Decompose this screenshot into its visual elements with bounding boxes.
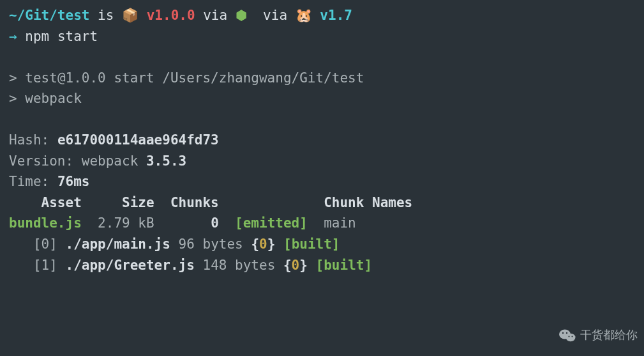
npm-line-1: > test@1.0.0 start /Users/zhangwang/Git/…	[9, 68, 635, 89]
module-chunk: 0	[259, 236, 267, 252]
time-label: Time:	[9, 174, 49, 189]
wechat-icon	[558, 328, 576, 343]
header-chunk-names: Chunk Names	[324, 195, 412, 210]
hash-line: Hash: e617000114aae964fd73	[9, 130, 635, 151]
asset-chunk-name: main	[324, 215, 356, 231]
svg-point-2	[562, 332, 564, 334]
via1: via	[203, 8, 227, 23]
hash-label: Hash:	[9, 132, 49, 148]
npm-script-info: test@1.0.0 start /Users/zhangwang/Git/te…	[25, 70, 364, 86]
module-bytes: 96 bytes	[179, 236, 243, 252]
asset-chunk: 0	[211, 215, 219, 231]
asset-name: bundle.js	[9, 215, 82, 231]
module-row: [1] ./app/Greeter.js 148 bytes {0} [buil…	[9, 255, 635, 276]
module-bytes: 148 bytes	[202, 258, 275, 273]
npm-command: webpack	[25, 91, 82, 106]
svg-point-3	[566, 332, 567, 334]
svg-point-4	[569, 336, 570, 337]
module-file: ./app/Greeter.js	[66, 258, 195, 273]
prompt-path: ~/Git/test	[9, 8, 89, 23]
node-icon: ⬢	[236, 8, 247, 23]
svg-point-5	[572, 336, 573, 337]
npm-line-2: > webpack	[9, 88, 635, 109]
version-line: Version: webpack 3.5.3	[9, 151, 635, 172]
module-row: [0] ./app/main.js 96 bytes {0} [built]	[9, 234, 635, 255]
blank-line	[9, 47, 635, 68]
prompt-is: is	[98, 8, 114, 23]
module-chunk: 0	[292, 258, 300, 273]
version-label: Version: webpack	[9, 153, 138, 169]
package-icon: 📦	[122, 8, 139, 23]
brace-r: }	[299, 258, 308, 273]
time-value: 76ms	[57, 174, 90, 189]
brace-l: {	[283, 258, 292, 273]
npm-prefix-2: >	[9, 91, 17, 106]
pkg-version: v1.0.0	[147, 8, 195, 23]
gopher-icon: 🐹	[296, 8, 312, 23]
via2: via	[263, 8, 287, 23]
module-status: [built]	[283, 236, 340, 252]
module-idx: [0]	[33, 236, 57, 252]
npm-prefix: >	[9, 70, 17, 86]
prompt-line: ~/Git/test is 📦 v1.0.0 via ⬢ via 🐹 v1.7	[9, 5, 635, 26]
hash-value: e617000114aae964fd73	[57, 132, 219, 148]
asset-status: [emitted]	[235, 215, 308, 231]
go-version: v1.7	[320, 8, 352, 23]
header-size: Size	[122, 195, 154, 210]
prompt-arrow-icon: →	[9, 29, 17, 44]
table-row: bundle.js 2.79 kB 0 [emitted] main	[9, 213, 635, 234]
command-line[interactable]: → npm start	[9, 26, 635, 47]
svg-point-1	[566, 334, 576, 341]
table-header: Asset Size Chunks Chunk Names	[9, 192, 635, 213]
brace-r: }	[267, 236, 276, 252]
time-line: Time: 76ms	[9, 171, 635, 192]
watermark: 干货都给你	[558, 327, 638, 344]
module-idx: [1]	[33, 258, 57, 273]
module-status: [built]	[316, 258, 373, 273]
header-chunks: Chunks	[170, 195, 219, 210]
command-text: npm start	[25, 29, 98, 44]
module-file: ./app/main.js	[66, 236, 170, 252]
blank-line-2	[9, 109, 635, 130]
watermark-text: 干货都给你	[580, 327, 638, 344]
brace-l: {	[251, 236, 259, 252]
asset-size: 2.79 kB	[98, 215, 154, 231]
header-asset: Asset	[41, 195, 82, 210]
version-value: 3.5.3	[146, 153, 186, 169]
